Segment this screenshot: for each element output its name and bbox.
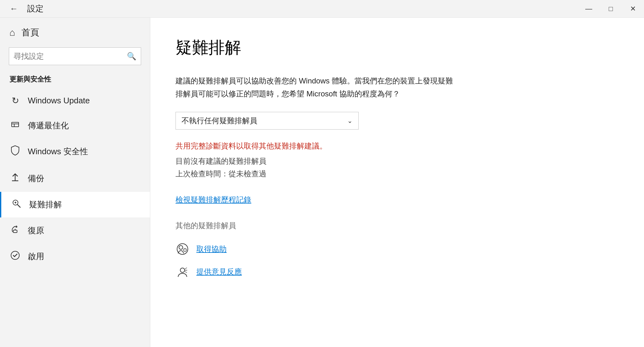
history-link[interactable]: 檢視疑難排解歷程記錄 (176, 195, 251, 205)
windows-update-icon: ↻ (9, 95, 21, 106)
minimize-button[interactable]: — (578, 0, 600, 18)
svg-point-11 (11, 251, 19, 259)
title-bar-controls: — □ ✕ (578, 0, 644, 18)
status-text: 目前沒有建議的疑難排解員 (176, 156, 619, 166)
sidebar-item-troubleshoot[interactable]: 疑難排解 (0, 192, 150, 217)
content-area: 疑難排解 建議的疑難排解員可以協助改善您的 Windows 體驗。當我們在您的裝… (150, 18, 644, 347)
search-input[interactable] (14, 52, 127, 61)
sidebar-label-backup: 備份 (28, 173, 44, 184)
last-check-text: 上次檢查時間：從未檢查過 (176, 169, 619, 179)
feedback-link[interactable]: 提供意見反應 (196, 267, 242, 277)
troubleshoot-icon (11, 199, 22, 210)
get-help-link[interactable]: 取得協助 (196, 244, 227, 254)
sidebar-item-recovery[interactable]: 復原 (0, 217, 150, 244)
svg-line-18 (185, 268, 187, 269)
chevron-down-icon: ⌄ (347, 117, 353, 125)
sidebar-item-windows-security[interactable]: Windows 安全性 (0, 138, 150, 165)
app-title: 設定 (27, 3, 44, 14)
title-bar-left: ← 設定 (5, 0, 44, 18)
svg-rect-9 (13, 230, 17, 233)
sidebar-label-activation: 啟用 (28, 251, 44, 262)
sidebar-item-backup[interactable]: 備份 (0, 165, 150, 192)
search-box: 🔍 (9, 47, 141, 65)
sidebar-item-windows-update[interactable]: ↻ Windows Update (0, 88, 150, 113)
backup-icon (9, 172, 21, 185)
get-help-icon (176, 242, 189, 256)
sidebar-label-troubleshoot: 疑難排解 (29, 199, 62, 210)
sidebar-item-home[interactable]: ⌂ 首頁 (0, 18, 150, 47)
dropdown-wrap: 不執行任何疑難排解員 ⌄ (176, 112, 619, 130)
svg-line-20 (185, 271, 187, 273)
page-title: 疑難排解 (176, 37, 619, 59)
home-label: 首頁 (21, 27, 39, 39)
search-box-wrap: 🔍 (0, 47, 150, 71)
svg-point-13 (179, 246, 183, 249)
search-icon: 🔍 (127, 52, 136, 61)
feedback-icon (176, 265, 189, 279)
activation-icon (9, 251, 21, 262)
close-button[interactable]: ✕ (622, 0, 644, 18)
diagnostic-link[interactable]: 共用完整診斷資料以取得其他疑難排解建議。 (176, 141, 619, 151)
delivery-icon (9, 120, 21, 131)
sidebar-item-activation[interactable]: 啟用 (0, 244, 150, 269)
maximize-button[interactable]: □ (600, 0, 622, 18)
sidebar-label-windows-update: Windows Update (28, 96, 90, 106)
other-item-get-help: 取得協助 (176, 242, 619, 256)
svg-rect-0 (12, 122, 19, 127)
sidebar-item-delivery-optimization[interactable]: 傳遞最佳化 (0, 113, 150, 138)
sidebar-section-title: 更新與安全性 (0, 71, 150, 88)
home-icon: ⌂ (9, 27, 15, 38)
app-body: ⌂ 首頁 🔍 更新與安全性 ↻ Windows Update 傳 (0, 18, 644, 347)
other-section-title: 其他的疑難排解員 (176, 221, 619, 231)
description-text: 建議的疑難排解員可以協助改善您的 Windows 體驗。當我們在您的裝置上發現疑… (176, 75, 460, 100)
svg-point-16 (185, 250, 185, 251)
svg-line-6 (17, 204, 20, 207)
sidebar-label-recovery: 復原 (28, 225, 44, 236)
svg-point-17 (180, 268, 185, 272)
other-item-feedback: 提供意見反應 (176, 265, 619, 279)
sidebar-label-windows-security: Windows 安全性 (28, 146, 88, 157)
sidebar-label-delivery-optimization: 傳遞最佳化 (28, 120, 69, 131)
title-bar: ← 設定 — □ ✕ (0, 0, 644, 18)
sidebar: ⌂ 首頁 🔍 更新與安全性 ↻ Windows Update 傳 (0, 18, 150, 347)
dropdown-value: 不執行任何疑難排解員 (182, 116, 257, 126)
troubleshoot-dropdown[interactable]: 不執行任何疑難排解員 ⌄ (176, 112, 359, 130)
back-button[interactable]: ← (5, 0, 23, 18)
security-icon (9, 145, 21, 158)
recovery-icon (9, 224, 21, 237)
